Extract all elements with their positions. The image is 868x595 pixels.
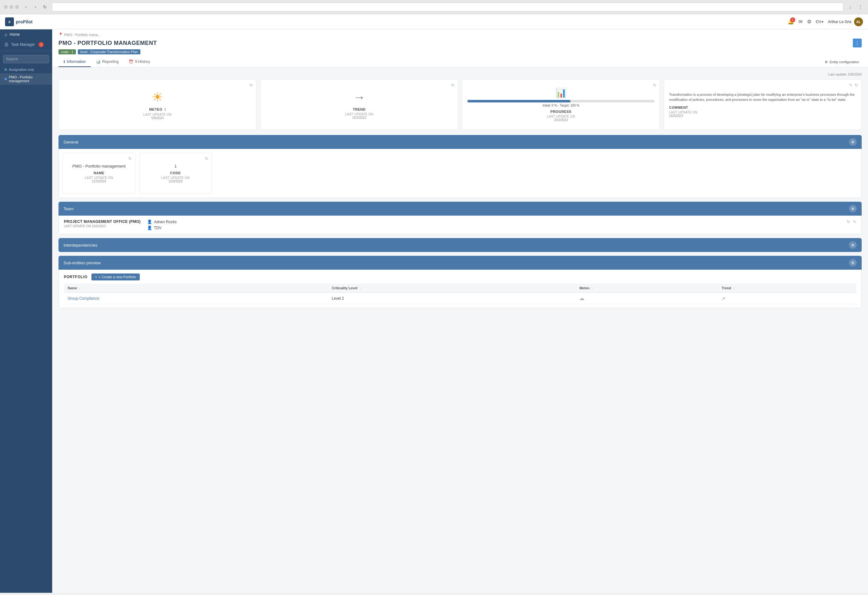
general-name-refresh-icon[interactable]: ↻	[128, 156, 132, 161]
page-options-button[interactable]: ⋮	[853, 38, 862, 47]
search-input[interactable]	[3, 55, 49, 63]
mail-icon[interactable]: ✉	[799, 19, 803, 25]
row-criticality-cell: Level 2	[328, 293, 576, 304]
pmo-label: PMO - Portfolio management	[9, 75, 48, 83]
avatar-initials: AL	[856, 20, 861, 24]
progress-card: ↻ 📊 Initial: 0 % - Target: 100 % PROGRES…	[462, 79, 660, 130]
code-badge: code : 1	[59, 49, 76, 55]
progress-refresh-icon[interactable]: ↻	[653, 83, 657, 87]
tab-information[interactable]: ℹ Information	[59, 57, 91, 67]
sub-entities-toggle-icon[interactable]: ⊕	[849, 259, 857, 267]
col-name-sort-icon[interactable]: ↕	[79, 286, 81, 290]
top-nav-actions: 🔔 1 ✉ ⚙ EN ▾ Arthur Le Grix AL	[788, 18, 863, 26]
sub-entities-section: Sub-entities preview ⊕ PORTFOLIO + + Cre…	[59, 256, 862, 308]
interdependencies-toggle-icon[interactable]: ⊕	[849, 241, 857, 249]
browser-back-button[interactable]: ‹	[22, 3, 30, 11]
content-header: 📍 PMO - Portfolio mana... PMO - PORTFOLI…	[52, 30, 868, 67]
team-toggle-icon[interactable]: ⊕	[849, 205, 857, 213]
create-portfolio-btn-label: + Create a new Portfolio	[99, 275, 136, 279]
sidebar-divider	[0, 51, 52, 51]
general-name-label: NAME	[94, 171, 104, 175]
tab-reporting[interactable]: 📊 Reporting	[91, 57, 124, 67]
settings-gear-icon[interactable]: ⚙	[807, 19, 811, 25]
progress-chart-icon: 📊	[467, 87, 655, 98]
sidebar-item-pmo[interactable]: PMO - Portfolio management	[0, 73, 52, 85]
general-code-card: ↻ 1 CODE LAST UPDATE ON 12/6/2020	[139, 153, 212, 194]
trend-refresh-icon[interactable]: ↻	[451, 83, 455, 87]
browser-refresh-button[interactable]: ↻	[41, 3, 49, 11]
interdependencies-section-header[interactable]: Interdependencies ⊕	[59, 238, 862, 252]
last-update: Last update: 5/8/2024	[59, 72, 862, 76]
tabs-row: ℹ Information 📊 Reporting ⏰ 9 History	[59, 57, 862, 67]
tabs-left: ℹ Information 📊 Reporting ⏰ 9 History	[59, 57, 155, 67]
breadcrumb-text: PMO - Portfolio mana...	[64, 33, 100, 37]
entity-config-icon: ⚙	[825, 60, 828, 64]
browser-dot-close	[4, 5, 7, 9]
lang-label: EN	[816, 19, 821, 24]
portfolio-title: PORTFOLIO	[64, 275, 88, 279]
page-title: PMO - PORTFOLIO MANAGEMENT	[59, 40, 157, 46]
team-edit-icon[interactable]: ✎	[853, 219, 856, 224]
content-area: 📍 PMO - Portfolio mana... PMO - PORTFOLI…	[52, 30, 868, 593]
meteo-refresh-icon[interactable]: ↻	[249, 83, 253, 87]
task-badge: 1	[38, 42, 44, 47]
user-info: Arthur Le Grix AL	[828, 18, 863, 26]
general-name-value: PMO - Portfolio management	[72, 164, 125, 168]
sub-entities-section-header[interactable]: Sub-entities preview ⊕	[59, 256, 862, 270]
general-cards-row: ↻ PMO - Portfolio management NAME LAST U…	[59, 149, 861, 198]
assignation-dot-icon	[4, 68, 7, 71]
sub-entities-section-title: Sub-entities preview	[63, 260, 100, 265]
team-refresh-icon[interactable]: ↻	[847, 219, 850, 224]
sidebar-search-container	[0, 53, 52, 66]
browser-menu-icon[interactable]: ⋮	[857, 3, 864, 11]
row-cloud-icon: ☁	[579, 295, 585, 301]
sidebar-item-task-manager[interactable]: ☰ Task Manager 1	[0, 40, 52, 50]
browser-dot-maximize	[15, 5, 19, 9]
trend-date: 15/3/2022	[352, 116, 366, 120]
general-section: General ⊕ ↻ PMO - Portfolio management N…	[59, 135, 862, 198]
browser-forward-button[interactable]: ›	[32, 3, 39, 11]
team-section-header[interactable]: Team ⊕	[59, 202, 862, 216]
meteo-card-label: METEO ℹ	[149, 108, 166, 112]
interdependencies-section: Interdependencies ⊕	[59, 238, 862, 252]
notification-wrapper: 🔔 1	[788, 19, 794, 25]
col-criticality-sort-icon[interactable]: ↕	[359, 286, 361, 290]
general-code-date: 12/6/2020	[168, 180, 183, 183]
notification-badge: 1	[790, 18, 795, 22]
general-code-refresh-icon[interactable]: ↻	[205, 156, 208, 161]
team-row: PROJECT MANAGEMENT OFFICE (PMO) LAST UPD…	[64, 219, 856, 230]
sidebar-item-assignation[interactable]: Assignation only	[0, 66, 52, 73]
general-section-header[interactable]: General ⊕	[59, 135, 862, 149]
create-portfolio-plus-icon: +	[95, 275, 97, 279]
table-body: Group Compliance Level 2 ☁ ↗	[64, 293, 856, 304]
create-portfolio-button[interactable]: + + Create a new Portfolio	[92, 273, 140, 281]
entity-config-button[interactable]: ⚙ Entity configuration	[822, 59, 862, 65]
comment-card-label: COMMENT	[669, 106, 688, 109]
meteo-date: 5/8/2024	[152, 116, 164, 120]
comment-date: 16/6/2023	[669, 114, 683, 118]
progress-date: 23/2/2022	[554, 118, 568, 122]
lang-selector[interactable]: EN ▾	[816, 19, 824, 24]
team-content-inner: PROJECT MANAGEMENT OFFICE (PMO) LAST UPD…	[59, 216, 861, 234]
general-toggle-icon[interactable]: ⊕	[849, 138, 857, 146]
general-code-label: CODE	[170, 171, 181, 175]
general-name-sublabel: LAST UPDATE ON	[85, 176, 113, 180]
team-member-2: 👤 TDV	[147, 226, 847, 230]
col-meteo-sort-icon[interactable]: ↕	[591, 286, 593, 290]
user-avatar[interactable]: AL	[854, 18, 863, 26]
meteo-info-icon[interactable]: ℹ	[164, 108, 166, 111]
team-section-title: Team	[63, 207, 74, 211]
browser-download-icon[interactable]: ↓	[846, 3, 854, 11]
comment-refresh-icon[interactable]: ↻	[855, 83, 858, 87]
person-icon-1: 👤	[147, 219, 152, 224]
browser-url-bar[interactable]	[52, 3, 843, 11]
page-title-row: PMO - PORTFOLIO MANAGEMENT ⋮	[59, 38, 862, 47]
row-name-link[interactable]: Group Compliance	[68, 296, 99, 301]
general-name-card: ↻ PMO - Portfolio management NAME LAST U…	[63, 153, 135, 194]
sidebar-item-home[interactable]: ⌂ Home	[0, 30, 52, 40]
sun-icon: ☀	[152, 90, 163, 104]
tab-history[interactable]: ⏰ 9 History	[124, 57, 155, 67]
col-trend-sort-icon[interactable]: ↕	[733, 286, 735, 290]
top-nav: p proPilot 🔔 1 ✉ ⚙ EN ▾ Arthur Le Grix A…	[0, 14, 868, 30]
comment-edit-icon[interactable]: ✎	[849, 83, 853, 87]
